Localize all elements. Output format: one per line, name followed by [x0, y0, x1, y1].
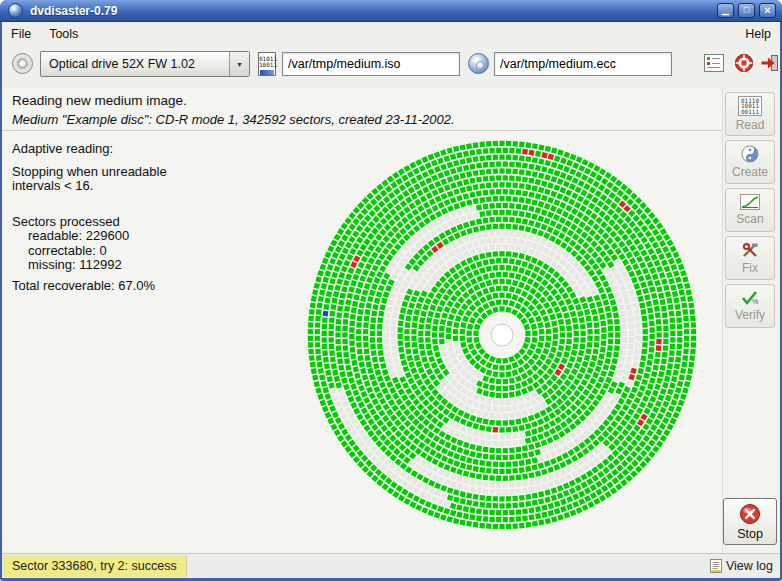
lifebuoy-icon [734, 53, 754, 73]
close-button[interactable]: × [759, 3, 776, 18]
binary-read-icon: 01110 10011 00111 [738, 96, 762, 117]
info-panel: Adaptive reading: Stopping when unreadab… [12, 142, 167, 293]
drive-select-value: Optical drive 52X FW 1.02 [41, 57, 229, 71]
tools-icon [741, 241, 759, 259]
preferences-button[interactable] [702, 52, 726, 74]
stop-button[interactable]: Stop [723, 498, 777, 545]
disc-sector-map [302, 135, 702, 535]
scan-button-label: Scan [736, 212, 763, 226]
binary-line: 00111 [741, 109, 759, 115]
scan-chart-icon [740, 194, 760, 210]
status-panel: Reading new medium image. Medium "Exampl… [2, 88, 722, 131]
fix-button[interactable]: Fix [725, 236, 775, 280]
sectors-heading: Sectors processed [12, 215, 167, 230]
svg-text:%: % [752, 298, 758, 305]
adaptive-heading: Adaptive reading: [12, 142, 167, 157]
spacer [12, 194, 167, 215]
yin-yang-icon [741, 145, 759, 163]
drive-select[interactable]: Optical drive 52X FW 1.02 ▼ [40, 51, 250, 77]
menu-file[interactable]: File [2, 24, 40, 44]
verify-check-icon: % [740, 290, 760, 306]
read-button[interactable]: 01110 10011 00111 Read [725, 92, 775, 136]
menu-bar: File Tools Help [2, 22, 780, 46]
view-log-label: View log [726, 559, 773, 573]
stop-icon [739, 503, 761, 525]
quit-button[interactable] [758, 52, 782, 74]
view-log-button[interactable]: View log [710, 554, 773, 578]
window-title: dvdisaster-0.79 [30, 4, 717, 18]
stat-missing: missing: 112992 [12, 258, 167, 273]
status-line-primary: Reading new medium image. [12, 93, 187, 108]
log-file-icon [710, 559, 722, 573]
status-bar: Sector 333680, try 2: success View log [2, 553, 780, 578]
sector-status-message: Sector 333680, try 2: success [3, 555, 187, 577]
create-button[interactable]: Create [725, 140, 775, 184]
drive-icon [12, 53, 33, 74]
stat-total-recoverable: Total recoverable: 67.0% [12, 279, 167, 294]
preferences-icon [704, 54, 724, 72]
stat-correctable: correctable: 0 [12, 244, 167, 259]
create-button-label: Create [732, 165, 768, 179]
menu-help[interactable]: Help [736, 24, 780, 44]
iso-path-input[interactable] [282, 52, 460, 76]
ecc-file-icon [468, 53, 489, 74]
dvdisaster-window: dvdisaster-0.79 ▁ □ × File Tools Help Op… [0, 0, 782, 581]
stopping-line-2: intervals < 16. [12, 179, 167, 194]
app-icon [8, 3, 23, 18]
read-button-label: Read [736, 118, 765, 132]
maximize-button[interactable]: □ [738, 3, 755, 18]
chevron-down-icon: ▼ [229, 52, 249, 76]
action-sidebar: 01110 10011 00111 Read Create Scan [722, 88, 780, 553]
fix-button-label: Fix [742, 261, 758, 275]
stopping-line-1: Stopping when unreadable [12, 165, 167, 180]
verify-button-label: Verify [735, 308, 765, 322]
image-file-icon-line: 10011 [259, 62, 275, 68]
help-button[interactable] [732, 52, 756, 74]
verify-button[interactable]: % Verify [725, 284, 775, 328]
ecc-path-input[interactable] [494, 52, 672, 76]
title-bar: dvdisaster-0.79 ▁ □ × [0, 0, 782, 22]
image-file-icon: 01011 10011 [258, 52, 276, 76]
minimize-button[interactable]: ▁ [717, 3, 734, 18]
stat-readable: readable: 229600 [12, 229, 167, 244]
scan-button[interactable]: Scan [725, 188, 775, 232]
status-line-medium-info: Medium "Example disc": CD-R mode 1, 3425… [12, 112, 455, 127]
menu-tools[interactable]: Tools [40, 24, 87, 44]
stop-button-label: Stop [737, 527, 763, 541]
exit-icon [760, 53, 780, 73]
image-file-icon-base [260, 70, 274, 75]
